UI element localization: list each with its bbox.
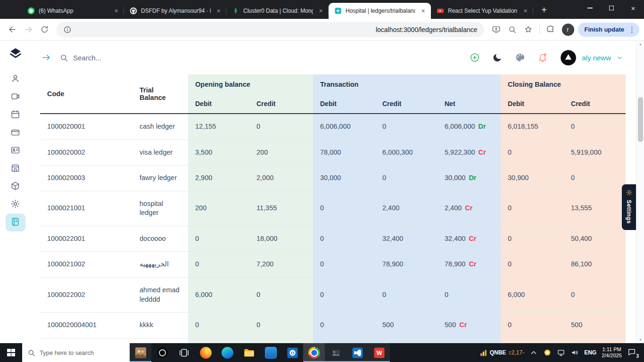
table-row: 1000020004001kkkk000500500 Cr0500: [40, 313, 626, 338]
extensions-icon[interactable]: [543, 22, 558, 37]
add-new-icon[interactable]: [470, 52, 480, 63]
taskbar-app-chrome[interactable]: [303, 343, 325, 362]
taskbar-app-firefox[interactable]: [195, 343, 216, 362]
tab-close-icon[interactable]: ×: [317, 7, 325, 15]
media-icon: [10, 91, 20, 103]
app-sidebar: [0, 41, 31, 343]
scrollbar-thumb[interactable]: [638, 97, 643, 142]
outlook-icon: O: [287, 347, 298, 359]
omnibox-search-icon[interactable]: [505, 22, 520, 37]
action-center-button[interactable]: 3: [627, 347, 638, 358]
sidebar-item-calendar[interactable]: [6, 106, 25, 124]
tab-close-icon[interactable]: ×: [521, 7, 529, 15]
search-input[interactable]: [73, 54, 167, 62]
minimize-button[interactable]: [579, 0, 601, 16]
cell-code: 1000021002: [40, 252, 132, 278]
cell-closing-debit: 500: [501, 338, 564, 343]
tab-close-icon[interactable]: ×: [419, 7, 427, 15]
finish-update-button[interactable]: Finish update ⋮: [578, 23, 640, 37]
browser-profile-avatar[interactable]: r: [562, 24, 574, 36]
cell-transaction-net: 0: [438, 277, 501, 312]
site-info-icon[interactable]: [63, 25, 72, 34]
browser-menu-icon[interactable]: ⋮: [628, 25, 636, 34]
browser-tab[interactable]: Cluster0 Data | Cloud: Mong...×: [226, 3, 329, 19]
tab-close-icon[interactable]: ×: [112, 7, 120, 15]
taskbar-app-file-explorer[interactable]: [238, 343, 260, 362]
cell-opening-credit: 0: [249, 313, 313, 338]
browser-tab[interactable]: React Select Yup Validation×: [431, 3, 533, 19]
settings-tab[interactable]: Settings: [622, 184, 636, 230]
cell-transaction-debit: 30,000: [313, 165, 375, 191]
taskbar-app-photos[interactable]: [130, 343, 151, 362]
cell-code: 1000020002: [40, 140, 132, 165]
id-card-icon: [10, 145, 20, 157]
app-logo[interactable]: [8, 47, 23, 61]
theme-palette-icon[interactable]: [515, 52, 525, 63]
table-row: 1000020001cash ledger12,15506,006,00006,…: [40, 114, 626, 140]
dark-mode-icon[interactable]: [492, 52, 503, 63]
back-button[interactable]: [5, 22, 20, 37]
tab-close-icon[interactable]: ×: [215, 7, 223, 15]
close-window-button[interactable]: ×: [622, 0, 644, 16]
tray-app-icon[interactable]: [543, 348, 552, 357]
tab-title: Cluster0 Data | Cloud: Mong...: [243, 8, 313, 14]
taskbar-app-task-view[interactable]: [173, 343, 195, 362]
reload-button[interactable]: [37, 22, 52, 37]
screen: (6) WhatsApp×DSFDF by Alymansour94 · P..…: [0, 0, 644, 362]
taskbar-app-wps-office[interactable]: W: [368, 343, 390, 362]
cell-closing-credit: 0: [564, 114, 626, 140]
cell-opening-credit: 200: [249, 140, 313, 165]
address-bar[interactable]: localhost:3000/ledgers/trialbalance: [57, 22, 484, 37]
sidebar-item-store[interactable]: [6, 160, 25, 178]
cell-transaction-net: 5,922,300 Cr: [438, 140, 501, 165]
taskbar-search[interactable]: Type here to search: [22, 343, 130, 362]
sidebar-item-user[interactable]: [6, 70, 25, 88]
windows-logo-icon: [7, 349, 15, 357]
scrollbar-up-icon[interactable]: ▲: [636, 42, 644, 46]
cell-closing-credit: 50,400: [564, 226, 626, 252]
language-indicator[interactable]: ENG: [584, 349, 596, 356]
volume-icon[interactable]: [570, 348, 579, 357]
sidebar-item-wallet[interactable]: [6, 124, 25, 142]
whatsapp-icon: [27, 7, 35, 15]
trial-balance-rows: 1000020001cash ledger12,15506,006,00006,…: [40, 114, 626, 343]
page-scrollbar[interactable]: ▲ ▼: [636, 41, 644, 343]
taskbar-app-blue-app[interactable]: [260, 343, 281, 362]
trial-balance-table: Code Trial Balance Opening balance Trans…: [40, 74, 626, 343]
taskbar-app-screenshot-tool[interactable]: [325, 343, 347, 362]
cell-name: zzz: [132, 338, 188, 343]
notifications-bell-icon[interactable]: [537, 52, 548, 63]
cell-opening-debit: 3,500: [188, 140, 249, 165]
sidebar-item-package[interactable]: [6, 178, 25, 196]
browser-tab[interactable]: DSFDF by Alymansour94 · P...×: [124, 3, 226, 19]
bookmark-star-icon[interactable]: [521, 22, 536, 37]
gold-bars-icon: [479, 349, 487, 357]
user-menu[interactable]: aly neww: [560, 49, 623, 66]
install-app-icon[interactable]: [489, 22, 504, 37]
cell-opening-credit: 0: [249, 338, 313, 343]
sidebar-item-gear[interactable]: [6, 196, 25, 214]
cell-name: docoooo: [132, 226, 188, 252]
sidebar-item-media[interactable]: [6, 88, 25, 106]
tab-title: React Select Yup Validation: [448, 8, 518, 14]
start-button[interactable]: [0, 343, 22, 362]
new-tab-button[interactable]: +: [537, 3, 551, 17]
maximize-button[interactable]: [601, 0, 622, 16]
sidebar-item-id-card[interactable]: [6, 142, 25, 160]
sidebar-toggle-icon[interactable]: [41, 52, 51, 63]
browser-tab[interactable]: (6) WhatsApp×: [22, 3, 124, 19]
taskbar-app-outlook[interactable]: O: [281, 343, 303, 362]
taskbar-app-dark-app[interactable]: [151, 343, 173, 362]
group-header-transaction: Transaction: [313, 74, 501, 94]
sidebar-item-ledger[interactable]: [6, 214, 25, 231]
network-icon[interactable]: [557, 348, 565, 357]
forward-button[interactable]: [21, 22, 36, 37]
taskbar-clock[interactable]: 1:11 PM 2/4/2025: [602, 346, 622, 359]
hidden-icons-chevron-icon[interactable]: [529, 348, 538, 357]
scrollbar-down-icon[interactable]: ▼: [636, 338, 644, 341]
browser-tab[interactable]: Hospital | ledgers/trialbalanc...×: [329, 3, 431, 19]
calendar-icon: [10, 109, 20, 121]
taskbar-app-edge[interactable]: [216, 343, 238, 362]
taskbar-app-vscode[interactable]: [347, 343, 368, 362]
stock-ticker[interactable]: QNBE ٪2,17-: [479, 349, 524, 357]
